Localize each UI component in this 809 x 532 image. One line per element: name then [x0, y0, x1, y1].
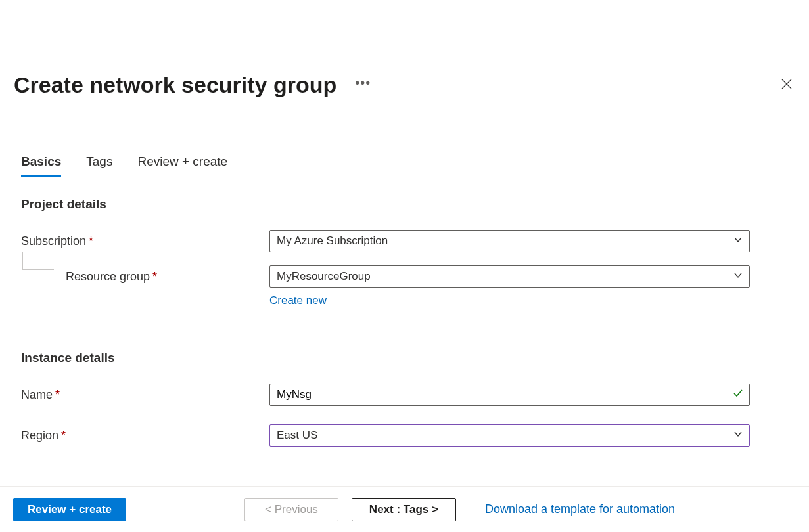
next-button[interactable]: Next : Tags > [352, 498, 456, 521]
create-new-link[interactable]: Create new [269, 294, 327, 307]
required-indicator: * [152, 270, 157, 283]
resource-group-select[interactable]: MyResourceGroup [269, 265, 750, 288]
download-template-link[interactable]: Download a template for automation [485, 502, 675, 516]
required-indicator: * [89, 234, 93, 248]
tab-bar: Basics Tags Review + create [13, 154, 796, 177]
chevron-down-icon [733, 429, 743, 442]
label-resource-group: Resource group* [66, 270, 157, 284]
tab-review-create[interactable]: Review + create [137, 154, 227, 177]
tab-basics[interactable]: Basics [21, 154, 61, 177]
region-select[interactable]: East US [269, 424, 750, 447]
footer-bar: Review + create < Previous Next : Tags >… [0, 486, 809, 532]
label-name: Name* [21, 388, 60, 402]
review-create-button[interactable]: Review + create [13, 498, 126, 521]
name-input[interactable] [269, 384, 750, 406]
check-icon [733, 388, 743, 401]
required-indicator: * [61, 429, 66, 442]
previous-button: < Previous [244, 498, 338, 521]
section-project-details: Project details [13, 197, 796, 211]
subscription-select[interactable]: My Azure Subscription [269, 230, 750, 252]
chevron-down-icon [733, 270, 743, 283]
resource-group-value: MyResourceGroup [277, 270, 371, 283]
tab-tags[interactable]: Tags [86, 154, 112, 177]
chevron-down-icon [733, 234, 743, 248]
label-subscription: Subscription* [21, 234, 93, 248]
required-indicator: * [55, 388, 60, 401]
label-region: Region* [21, 429, 66, 443]
indent-connector [22, 252, 54, 270]
subscription-value: My Azure Subscription [277, 234, 388, 248]
region-value: East US [277, 429, 317, 442]
close-icon[interactable] [777, 74, 796, 97]
section-instance-details: Instance details [13, 351, 796, 365]
page-title: Create network security group [14, 72, 336, 98]
more-actions-icon[interactable]: ••• [355, 76, 371, 91]
